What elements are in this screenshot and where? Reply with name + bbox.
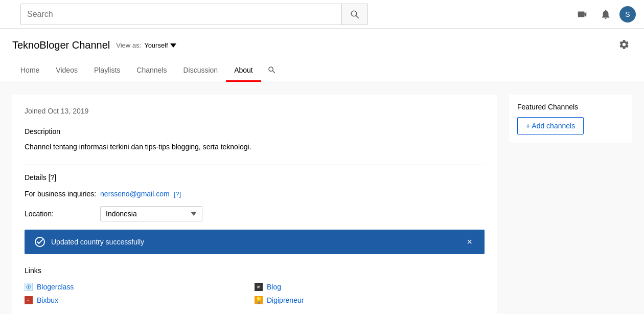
link-item-digipreneur: 💡 Digipreneur xyxy=(255,296,485,304)
bixbux-icon: B xyxy=(25,296,33,304)
svg-text:B: B xyxy=(28,299,29,302)
location-select[interactable]: Indonesia United States Malaysia Singapo… xyxy=(100,206,202,221)
joined-date: Joined Oct 13, 2019 xyxy=(25,107,485,115)
link-item-blogerclass: Blogerclass xyxy=(25,283,255,291)
blogerclass-link[interactable]: Blogerclass xyxy=(37,283,74,291)
upload-icon xyxy=(577,9,588,20)
sidebar: Featured Channels + Add channels xyxy=(509,95,632,314)
search-icon xyxy=(350,10,359,19)
tab-playlists[interactable]: Playlists xyxy=(86,60,128,82)
tab-search-icon xyxy=(267,65,277,75)
add-channels-button[interactable]: + Add channels xyxy=(517,117,584,134)
links-section: Links Blogerclass xyxy=(25,266,485,304)
search-button[interactable] xyxy=(341,4,367,25)
channel-nav: Home Videos Playlists Channels Discussio… xyxy=(12,60,632,82)
view-as-label: View as: xyxy=(116,41,141,49)
featured-channels-card: Featured Channels + Add channels xyxy=(509,95,632,143)
blogerclass-icon xyxy=(25,283,33,291)
tab-home[interactable]: Home xyxy=(12,60,48,82)
bixbux-icon-svg: B xyxy=(26,298,31,303)
link-item-bixbux: B Bixbux xyxy=(25,296,255,304)
notifications-button[interactable] xyxy=(596,5,615,24)
view-as-dropdown[interactable]: Yourself xyxy=(144,41,176,49)
business-inquiries-row: For business inquiries: nersseno@gmail.c… xyxy=(25,190,485,198)
avatar[interactable]: S xyxy=(619,6,636,23)
svg-rect-9 xyxy=(258,286,260,286)
tab-videos[interactable]: Videos xyxy=(48,60,86,82)
blog-link[interactable]: Blog xyxy=(267,283,281,291)
channel-header: TeknoBloger Channel View as: Yourself Ho… xyxy=(0,29,644,82)
tab-about[interactable]: About xyxy=(226,60,261,82)
search-input[interactable] xyxy=(21,6,341,23)
tab-search-button[interactable] xyxy=(263,61,281,80)
featured-title: Featured Channels xyxy=(517,103,624,111)
chevron-down-icon xyxy=(170,43,176,48)
svg-line-5 xyxy=(356,15,359,18)
channel-title: TeknoBloger Channel xyxy=(12,39,110,51)
banner-close-button[interactable]: × xyxy=(465,237,474,246)
checkmark-icon xyxy=(37,239,43,244)
blog-icon xyxy=(255,283,263,291)
bixbux-link[interactable]: Bixbux xyxy=(37,296,58,304)
description-title: Description xyxy=(25,127,485,136)
check-icon xyxy=(35,237,45,247)
compass-icon xyxy=(26,284,31,289)
success-message: Updated country successfully xyxy=(51,238,144,246)
bell-icon xyxy=(600,9,611,20)
location-row: Location: Indonesia United States Malays… xyxy=(25,206,485,221)
svg-rect-11 xyxy=(258,287,259,288)
business-hint[interactable]: [?] xyxy=(174,190,181,198)
details-section: Details [?] For business inquiries: ners… xyxy=(25,173,485,254)
business-label: For business inquiries: xyxy=(25,190,96,198)
digipreneur-link[interactable]: Digipreneur xyxy=(267,296,304,304)
gear-icon xyxy=(618,39,630,50)
about-panel: Joined Oct 13, 2019 Description Channel … xyxy=(12,95,497,314)
header-actions: S xyxy=(572,5,636,24)
section-divider xyxy=(25,165,485,165)
svg-marker-7 xyxy=(27,285,30,289)
link-item-blog: Blog xyxy=(255,283,485,291)
details-title: Details [?] xyxy=(25,173,485,182)
bulb-emoji: 💡 xyxy=(255,297,263,304)
blog-icon-svg xyxy=(256,284,261,289)
upload-button[interactable] xyxy=(572,5,592,24)
view-as-section: View as: Yourself xyxy=(116,41,176,49)
main-content: Joined Oct 13, 2019 Description Channel … xyxy=(0,82,644,314)
success-banner-left: Updated country successfully xyxy=(35,237,144,247)
links-grid: Blogerclass Blog xyxy=(25,283,485,304)
success-banner: Updated country successfully × xyxy=(25,230,485,254)
view-as-value: Yourself xyxy=(144,41,168,49)
search-bar xyxy=(20,4,368,25)
settings-button[interactable] xyxy=(616,37,632,54)
tab-channels[interactable]: Channels xyxy=(128,60,175,82)
location-label: Location: xyxy=(25,210,96,218)
links-title: Links xyxy=(25,266,485,275)
header: YouTube ID S xyxy=(0,0,644,29)
digipreneur-icon: 💡 xyxy=(255,296,263,304)
description-text: Channel tentang informasi terkini dan ti… xyxy=(25,142,485,152)
svg-rect-10 xyxy=(258,287,260,287)
business-email[interactable]: nersseno@gmail.com xyxy=(100,190,170,198)
tab-discussion[interactable]: Discussion xyxy=(175,60,226,82)
